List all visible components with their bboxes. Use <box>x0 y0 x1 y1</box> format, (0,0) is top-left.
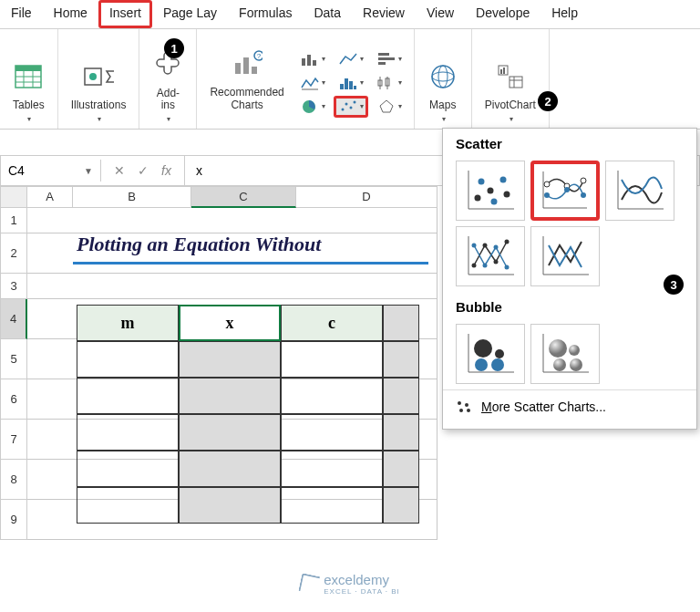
tab-file[interactable]: File <box>0 0 43 28</box>
tab-view[interactable]: View <box>416 0 465 28</box>
svg-point-35 <box>438 66 448 88</box>
column-chart-button[interactable]: ▾ <box>295 48 330 70</box>
svg-point-82 <box>553 358 566 371</box>
group-illustrations: Illustrations▾ <box>58 29 140 129</box>
scatter-straight-option[interactable] <box>530 226 600 286</box>
histogram-button[interactable]: ▾ <box>334 72 368 94</box>
maps-button[interactable]: Maps▾ <box>422 57 464 127</box>
row-header-9[interactable]: 9 <box>0 500 27 540</box>
tab-insert[interactable]: Insert <box>98 0 152 28</box>
table-cell[interactable] <box>77 341 179 378</box>
row-header-5[interactable]: 5 <box>0 339 27 379</box>
row-header-3[interactable]: 3 <box>0 274 27 299</box>
table-cell[interactable] <box>383 487 419 524</box>
svg-point-52 <box>544 182 550 187</box>
pie-chart-button[interactable]: ▾ <box>295 96 330 118</box>
row-header-7[interactable]: 7 <box>0 420 27 460</box>
table-cell[interactable] <box>383 414 419 451</box>
sheet-title: Plotting an Equation Without <box>73 227 428 265</box>
group-charts: ? Recommended Charts ▾ ▾ ▾ ▾ ▾ ▾ ▾ ▾ ▾ <box>197 29 414 129</box>
svg-rect-10 <box>252 67 257 74</box>
more-scatter-charts[interactable]: MMore Scatter Charts...ore Scatter Chart… <box>443 389 696 423</box>
table-cell[interactable] <box>179 414 281 451</box>
addins-button[interactable]: Add- ins▾ <box>147 46 189 127</box>
pivotchart-label: PivotChart <box>485 99 536 111</box>
scatter-section-label: Scatter <box>443 129 696 155</box>
shapes-icon <box>83 61 114 92</box>
table-cell[interactable] <box>383 451 419 487</box>
recommended-charts-button[interactable]: ? Recommended Charts <box>204 45 289 114</box>
scatter-straight-markers-option[interactable] <box>456 226 525 286</box>
scatter-smooth-option[interactable] <box>605 161 674 221</box>
row-header-1[interactable]: 1 <box>0 208 27 233</box>
bubble-3d-option[interactable] <box>530 324 600 384</box>
group-pivotchart: PivotChart▾ <box>472 29 550 129</box>
table-cell[interactable] <box>77 414 179 451</box>
table-cell[interactable] <box>77 378 179 414</box>
col-header-d[interactable]: D <box>296 186 438 208</box>
group-maps: Maps▾ <box>415 29 472 129</box>
illustrations-button[interactable]: Illustrations▾ <box>66 57 132 127</box>
scatter-chart-button[interactable]: ▾ <box>334 96 368 118</box>
svg-rect-19 <box>340 84 344 89</box>
bubble-option[interactable] <box>456 324 525 384</box>
row-header-6[interactable]: 6 <box>0 379 27 420</box>
th-c[interactable]: c <box>281 305 383 341</box>
row-header-4[interactable]: 4 <box>0 299 27 339</box>
tables-button[interactable]: Tables▾ <box>7 57 50 127</box>
col-header-b[interactable]: B <box>73 186 191 208</box>
th-extra[interactable] <box>383 305 419 341</box>
line-chart-button[interactable]: ▾ <box>334 48 368 70</box>
tab-formulas[interactable]: Formulas <box>228 0 303 28</box>
tab-developer[interactable]: Develope <box>465 0 540 28</box>
cancel-icon[interactable]: ✕ <box>114 163 125 178</box>
svg-point-29 <box>345 102 347 105</box>
select-all-corner[interactable] <box>0 186 27 208</box>
tab-review[interactable]: Review <box>352 0 416 28</box>
row-header-2[interactable]: 2 <box>0 233 27 274</box>
svg-text:?: ? <box>257 52 262 60</box>
table-cell[interactable] <box>281 451 383 487</box>
tab-data[interactable]: Data <box>303 0 352 28</box>
table-cell[interactable] <box>77 451 179 487</box>
radar-chart-icon <box>376 99 396 115</box>
col-header-c[interactable]: C <box>191 186 296 208</box>
pivotchart-button[interactable]: PivotChart▾ <box>479 57 541 127</box>
tab-help[interactable]: Help <box>540 0 589 28</box>
table-cell[interactable] <box>77 487 179 524</box>
table-cell[interactable] <box>179 341 281 378</box>
pie-chart-icon <box>300 99 320 115</box>
svg-point-65 <box>505 240 510 244</box>
table-cell[interactable] <box>179 451 281 487</box>
fx-icon[interactable]: fx <box>161 163 171 178</box>
svg-point-64 <box>494 260 499 265</box>
stock-chart-button[interactable]: ▾ <box>295 72 330 94</box>
table-cell[interactable] <box>179 487 281 524</box>
radar-chart-button[interactable]: ▾ <box>372 96 407 118</box>
tab-pagelayout[interactable]: Page Lay <box>152 0 228 28</box>
table-cell[interactable] <box>179 378 281 414</box>
table-cell[interactable] <box>383 378 419 414</box>
scatter-only-option[interactable] <box>456 161 525 221</box>
col-header-a[interactable]: A <box>27 186 73 208</box>
row-header-8[interactable]: 8 <box>0 460 27 500</box>
svg-rect-8 <box>235 63 241 74</box>
tab-home[interactable]: Home <box>43 0 98 28</box>
name-box[interactable]: C4 ▼ <box>1 160 101 182</box>
accept-icon[interactable]: ✓ <box>138 163 149 178</box>
callout-badge-3: 3 <box>664 275 684 295</box>
table-icon <box>13 61 44 92</box>
th-m[interactable]: m <box>77 305 179 341</box>
boxplot-button[interactable]: ▾ <box>372 72 407 94</box>
table-cell[interactable] <box>281 341 383 378</box>
table-cell[interactable] <box>383 341 419 378</box>
table-cell[interactable] <box>281 487 383 524</box>
table-cell[interactable] <box>281 414 383 451</box>
line-chart-icon <box>338 51 358 67</box>
svg-point-67 <box>483 264 488 268</box>
recommended-charts-icon: ? <box>232 48 262 79</box>
bar-chart-button[interactable]: ▾ <box>372 48 407 70</box>
th-x[interactable]: x <box>179 305 281 341</box>
table-cell[interactable] <box>281 378 383 414</box>
scatter-smooth-markers-option[interactable] <box>530 161 600 221</box>
